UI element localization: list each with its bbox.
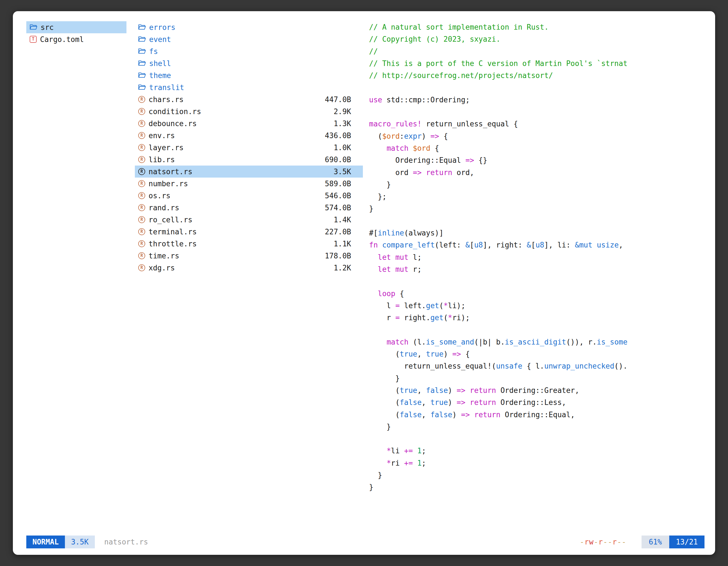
file-name: errors <box>149 23 175 32</box>
code-line: return_unless_equal!(unsafe { l.unwrap_u… <box>369 360 704 372</box>
file-name: time.rs <box>149 252 179 260</box>
file-name: src <box>41 23 54 32</box>
file-row-rand.rs[interactable]: Rrand.rs574.0B <box>135 202 363 214</box>
file-row-throttle.rs[interactable]: Rthrottle.rs1.1K <box>135 238 363 250</box>
file-row-fs[interactable]: fs <box>135 45 363 57</box>
file-name: theme <box>149 71 171 80</box>
mode-badge: NORMAL <box>26 536 65 548</box>
rust-icon: R <box>138 216 145 223</box>
file-size: 227.0B <box>325 228 360 236</box>
folder-open-icon <box>138 36 146 43</box>
code-line: } <box>369 372 704 384</box>
file-name: xdg.rs <box>149 264 175 272</box>
code-line: #[inline(always)] <box>369 227 704 239</box>
file-row-lib.rs[interactable]: Rlib.rs690.0B <box>135 154 363 166</box>
file-row-event[interactable]: event <box>135 33 363 45</box>
code-line: } <box>369 203 704 215</box>
file-name: number.rs <box>149 180 188 188</box>
code-line: match $ord { <box>369 142 704 154</box>
code-line: } <box>369 421 704 433</box>
code-line: } <box>369 469 704 481</box>
file-name: translit <box>149 83 184 92</box>
yazi-window: srcTCargo.toml errorseventfsshellthemetr… <box>13 11 715 555</box>
file-size: 436.0B <box>325 132 360 140</box>
file-row-src[interactable]: src <box>26 21 126 33</box>
code-line <box>369 106 704 118</box>
file-name: env.rs <box>149 132 175 140</box>
file-row-Cargo.toml[interactable]: TCargo.toml <box>26 33 126 45</box>
rust-icon: R <box>138 156 145 163</box>
file-name: natsort.rs <box>149 168 192 176</box>
file-name: layer.rs <box>149 144 184 152</box>
code-line: // This is a port of the C version of Ma… <box>369 58 704 70</box>
file-name: fs <box>149 47 158 56</box>
code-line: (false, true) => return Ordering::Less, <box>369 396 704 408</box>
file-name: os.rs <box>149 192 170 200</box>
file-size: 589.0B <box>325 180 360 188</box>
rust-icon: R <box>138 228 145 235</box>
code-line <box>369 82 704 94</box>
file-name: throttle.rs <box>149 240 197 248</box>
file-row-time.rs[interactable]: Rtime.rs178.0B <box>135 250 363 262</box>
file-size: 546.0B <box>325 192 360 200</box>
code-line <box>369 215 704 227</box>
file-size: 1.4K <box>334 216 360 224</box>
code-line: match (l.is_some_and(|b| b.is_ascii_digi… <box>369 336 704 348</box>
file-row-number.rs[interactable]: Rnumber.rs589.0B <box>135 178 363 190</box>
current-pane: errorseventfsshellthemetranslitRchars.rs… <box>135 21 363 532</box>
file-size: 690.0B <box>325 156 360 164</box>
file-row-terminal.rs[interactable]: Rterminal.rs227.0B <box>135 226 363 238</box>
file-row-xdg.rs[interactable]: Rxdg.rs1.2K <box>135 262 363 274</box>
code-line: Ordering::Equal => {} <box>369 154 704 166</box>
file-row-translit[interactable]: translit <box>135 81 363 93</box>
code-line: (false, false) => return Ordering::Equal… <box>369 409 704 421</box>
file-name: rand.rs <box>149 204 179 212</box>
file-row-env.rs[interactable]: Renv.rs436.0B <box>135 130 363 142</box>
file-name: event <box>149 35 171 44</box>
status-filename: natsort.rs <box>104 538 148 546</box>
file-row-chars.rs[interactable]: Rchars.rs447.0B <box>135 93 363 105</box>
file-row-theme[interactable]: theme <box>135 69 363 81</box>
code-line: } <box>369 481 704 493</box>
file-name: shell <box>149 59 171 68</box>
folder-open-icon <box>138 72 146 79</box>
folder-open-icon <box>138 24 146 30</box>
code-line: macro_rules! return_unless_equal { <box>369 118 704 130</box>
file-row-condition.rs[interactable]: Rcondition.rs2.9K <box>135 105 363 118</box>
rust-icon: R <box>138 252 145 259</box>
code-line: fn compare_left(left: &[u8], right: &[u8… <box>369 239 704 251</box>
code-line: (true, false) => return Ordering::Greate… <box>369 384 704 396</box>
folder-open-icon <box>138 60 146 67</box>
folder-open-icon <box>30 24 37 30</box>
file-row-errors[interactable]: errors <box>135 21 363 33</box>
file-size: 1.0K <box>334 144 360 152</box>
code-line <box>369 324 704 336</box>
permissions-text: -rw-r--r-- <box>580 538 626 546</box>
code-line: } <box>369 179 704 191</box>
code-line: // A natural sort implementation in Rust… <box>369 21 704 33</box>
rust-icon: R <box>138 144 145 151</box>
file-row-shell[interactable]: shell <box>135 57 363 69</box>
code-line: // http://sourcefrog.net/projects/natsor… <box>369 70 704 82</box>
file-name: lib.rs <box>149 156 175 164</box>
file-size: 3.5K <box>334 168 360 176</box>
file-row-layer.rs[interactable]: Rlayer.rs1.0K <box>135 142 363 154</box>
rust-icon: R <box>138 108 145 115</box>
panes: srcTCargo.toml errorseventfsshellthemetr… <box>26 21 704 532</box>
file-row-debounce.rs[interactable]: Rdebounce.rs1.3K <box>135 118 363 130</box>
file-row-natsort.rs[interactable]: Rnatsort.rs3.5K <box>135 166 363 178</box>
file-row-ro_cell.rs[interactable]: Rro_cell.rs1.4K <box>135 214 363 226</box>
folder-open-icon <box>138 48 146 55</box>
file-name: condition.rs <box>149 107 201 116</box>
code-line: ($ord:expr) => { <box>369 130 704 142</box>
rust-icon: R <box>138 192 145 199</box>
code-line: l = left.get(*li); <box>369 300 704 312</box>
rust-icon: R <box>138 168 145 175</box>
file-size-chip: 3.5K <box>65 536 95 548</box>
rust-icon: R <box>138 120 145 127</box>
file-row-os.rs[interactable]: Ros.rs546.0B <box>135 190 363 202</box>
rust-icon: R <box>138 264 145 271</box>
code-line: use std::cmp::Ordering; <box>369 94 704 106</box>
folder-open-icon <box>138 84 146 91</box>
file-name: Cargo.toml <box>40 35 84 44</box>
